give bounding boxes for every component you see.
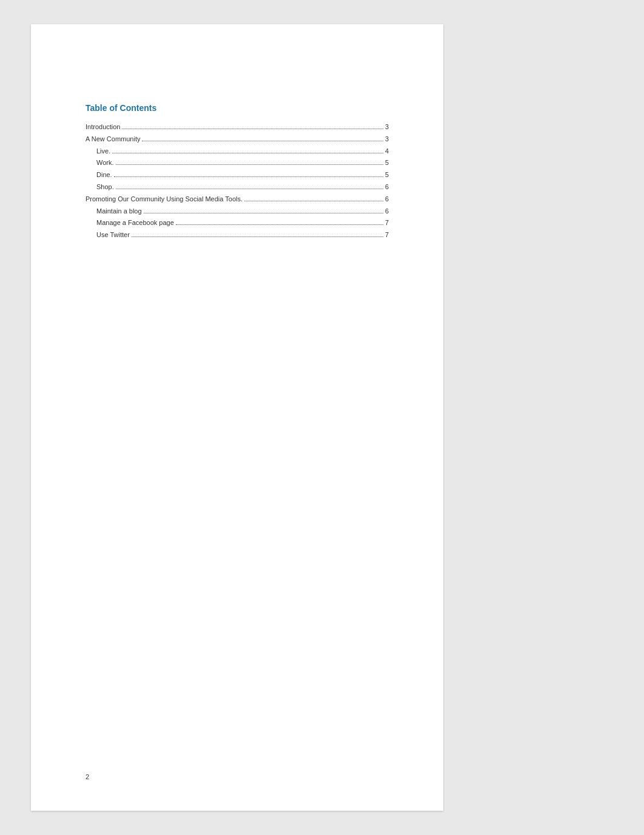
toc-entry: Manage a Facebook page7 bbox=[86, 217, 389, 229]
page-container: Table of Contents Introduction3A New Com… bbox=[0, 0, 644, 835]
toc-entry-page: 6 bbox=[385, 193, 389, 206]
toc-dots bbox=[116, 164, 383, 165]
right-panel bbox=[443, 24, 613, 691]
toc-entry-page: 5 bbox=[385, 157, 389, 169]
toc-entry: Promoting Our Community Using Social Med… bbox=[86, 193, 389, 206]
toc-entry: Live.4 bbox=[86, 146, 389, 158]
toc-entry-label: Shop. bbox=[96, 181, 114, 193]
toc-entry: Introduction3 bbox=[86, 121, 389, 133]
toc-heading: Table of Contents bbox=[86, 103, 389, 113]
toc-entry-label: Promoting Our Community Using Social Med… bbox=[86, 193, 243, 206]
toc-entry-page: 6 bbox=[385, 206, 389, 218]
toc-entry-label: Work. bbox=[96, 157, 114, 169]
toc-entry-label: Introduction bbox=[86, 121, 120, 133]
document-page: Table of Contents Introduction3A New Com… bbox=[31, 24, 443, 811]
toc-dots bbox=[244, 201, 383, 201]
toc-entry: Shop.6 bbox=[86, 181, 389, 193]
toc-entry-label: Live. bbox=[96, 146, 110, 158]
toc-entry: Maintain a blog6 bbox=[86, 206, 389, 218]
toc-entry-page: 3 bbox=[385, 121, 389, 133]
toc-entry-page: 6 bbox=[385, 181, 389, 193]
toc-entry-label: Manage a Facebook page bbox=[96, 217, 174, 229]
toc-dots bbox=[114, 176, 383, 177]
toc-entry: Work.5 bbox=[86, 157, 389, 169]
toc-entry-label: Dine. bbox=[96, 169, 112, 181]
toc-entry-label: Maintain a blog bbox=[96, 206, 142, 218]
toc-dots bbox=[132, 236, 383, 237]
toc-entry-page: 3 bbox=[385, 133, 389, 146]
toc-entry-label: Use Twitter bbox=[96, 229, 130, 241]
toc-entry: A New Community3 bbox=[86, 133, 389, 146]
toc-list: Introduction3A New Community3Live.4Work.… bbox=[86, 121, 389, 241]
toc-dots bbox=[176, 224, 383, 225]
toc-entry-page: 7 bbox=[385, 229, 389, 241]
page-number: 2 bbox=[86, 773, 89, 780]
toc-entry-page: 5 bbox=[385, 169, 389, 181]
toc-dots bbox=[122, 129, 383, 129]
toc-dots bbox=[116, 189, 383, 189]
toc-entry: Dine.5 bbox=[86, 169, 389, 181]
toc-entry: Use Twitter7 bbox=[86, 229, 389, 241]
toc-dots bbox=[112, 153, 383, 153]
toc-dots bbox=[142, 141, 383, 141]
top-margin bbox=[86, 73, 389, 103]
toc-dots bbox=[144, 213, 383, 213]
toc-entry-page: 7 bbox=[385, 217, 389, 229]
toc-entry-label: A New Community bbox=[86, 133, 140, 146]
toc-entry-page: 4 bbox=[385, 146, 389, 158]
